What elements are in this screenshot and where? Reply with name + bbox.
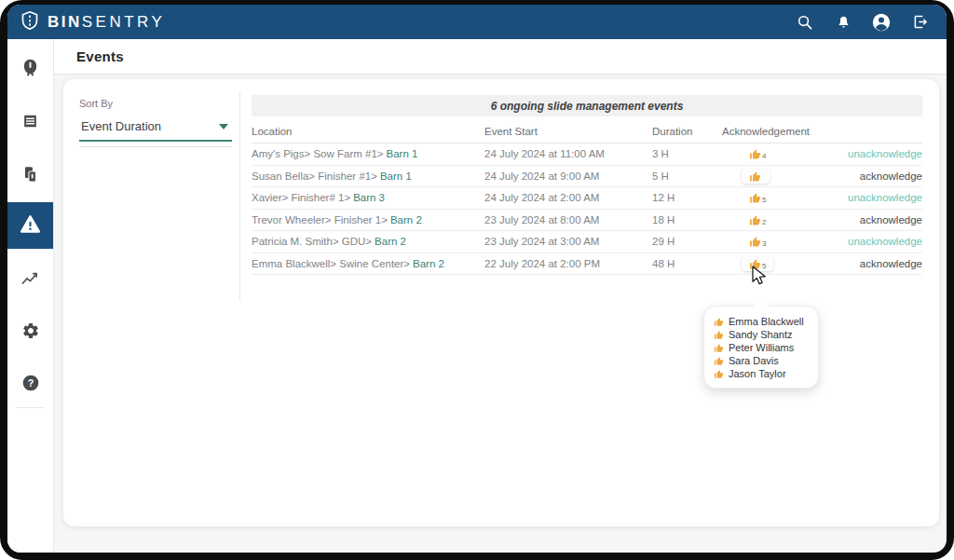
acknowledgement-cell: 5 acknowledge: [722, 256, 922, 271]
unacknowledge-link[interactable]: unacknowledge: [848, 192, 922, 203]
event-start-cell: 22 July 2024 at 2:00 PM: [484, 258, 652, 269]
account-icon[interactable]: [871, 12, 892, 33]
location-path: Patricia M. Smith> GDU>: [252, 236, 372, 247]
acknowledgement-cell: 5 unacknowledge: [722, 190, 922, 205]
sidebar-item-help[interactable]: ?: [7, 362, 53, 408]
duration-cell: 12 H: [652, 192, 722, 203]
acknowledgers-tooltip: Emma Blackwell Sandy Shantz Peter Willia…: [703, 306, 819, 389]
location-cell: Xavier> Finisher# 1>Barn 3: [252, 192, 484, 203]
column-header-duration: Duration: [652, 126, 722, 137]
tooltip-list-item: Sandy Shantz: [714, 328, 809, 341]
event-start-cell: 24 July 2024 at 11:00 AM: [484, 148, 652, 159]
events-card: Sort By Event Duration 6 ongoing slide m…: [63, 79, 939, 526]
thumbs-up-button[interactable]: 4: [742, 146, 773, 161]
acknowledge-link[interactable]: acknowledge: [860, 214, 922, 225]
acknowledger-name: Emma Blackwell: [729, 316, 804, 327]
tooltip-list-item: Jason Taylor: [714, 367, 809, 380]
location-path: Emma Blackwell> Swine Center>: [252, 258, 410, 269]
unacknowledge-link[interactable]: unacknowledge: [848, 236, 922, 247]
barn-link[interactable]: Barn 2: [413, 258, 444, 269]
screen-frame: BINSENTRY: [0, 0, 954, 560]
brand-logo: BINSENTRY: [20, 10, 165, 34]
thumbs-up-button[interactable]: [742, 169, 770, 184]
thumbs-up-button[interactable]: 5: [742, 256, 773, 271]
table-row: Susan Bella> Finisher #1>Barn 1 24 July …: [252, 166, 922, 188]
location-cell: Emma Blackwell> Swine Center>Barn 2: [252, 258, 484, 269]
tooltip-list-item: Peter Williams: [714, 341, 809, 354]
sidebar-item-settings[interactable]: [7, 309, 53, 356]
acknowledge-link[interactable]: acknowledge: [860, 258, 922, 269]
svg-text:?: ?: [27, 377, 34, 389]
table-row: Patricia M. Smith> GDU>Barn 2 23 July 20…: [252, 231, 922, 253]
events-table: 6 ongoing slide management events Locati…: [252, 95, 922, 275]
barn-link[interactable]: Barn 1: [387, 148, 418, 159]
sidebar-item-bins[interactable]: [7, 47, 53, 93]
acknowledge-count: 2: [762, 218, 766, 226]
acknowledgement-cell: 3 unacknowledge: [722, 234, 922, 249]
duration-cell: 29 H: [652, 236, 722, 247]
acknowledgement-cell: 4 unacknowledge: [722, 146, 922, 161]
location-cell: Susan Bella> Finisher #1>Barn 1: [252, 171, 484, 182]
tooltip-arrow: [753, 294, 770, 307]
location-cell: Trevor Wheeler> Finisher 1>Barn 2: [252, 214, 484, 225]
acknowledgement-cell: 2 acknowledge: [722, 212, 922, 227]
barn-link[interactable]: Barn 1: [380, 171, 412, 182]
page-title: Events: [76, 48, 124, 64]
tooltip-list-item: Emma Blackwell: [714, 315, 809, 328]
barn-link[interactable]: Barn 2: [375, 236, 406, 247]
sort-dropdown[interactable]: Event Duration: [79, 119, 232, 142]
sidebar-nav: ?: [7, 39, 54, 553]
location-path: Trevor Wheeler> Finisher 1>: [252, 214, 388, 225]
table-row: Amy's Pigs> Sow Farm #1>Barn 1 24 July 2…: [252, 143, 922, 166]
acknowledgement-cell: acknowledge: [722, 169, 922, 184]
notifications-bell-icon[interactable]: [833, 12, 853, 33]
shield-logo-icon: [20, 10, 39, 34]
acknowledge-link[interactable]: acknowledge: [860, 171, 922, 182]
acknowledge-count: 4: [762, 152, 766, 160]
barn-link[interactable]: Barn 3: [353, 192, 385, 203]
acknowledge-count: 5: [762, 196, 766, 204]
search-icon[interactable]: [795, 12, 815, 33]
location-path: Susan Bella> Finisher #1>: [252, 171, 377, 182]
duration-cell: 3 H: [652, 148, 722, 159]
thumbs-up-button[interactable]: 3: [742, 234, 773, 249]
list-icon: [21, 113, 39, 133]
top-bar: BINSENTRY: [7, 5, 947, 39]
events-summary-banner: 6 ongoing slide management events: [252, 95, 922, 116]
alerts-warning-icon: [20, 214, 41, 238]
panel-divider: [239, 92, 240, 301]
app-window: BINSENTRY: [7, 5, 947, 553]
table-row: Xavier> Finisher# 1>Barn 3 24 July 2024 …: [252, 187, 922, 210]
sort-by-label: Sort By: [79, 98, 232, 109]
help-icon: ?: [21, 374, 40, 396]
acknowledge-count: 5: [762, 262, 766, 270]
sidebar-item-analytics[interactable]: [7, 256, 53, 303]
analytics-trend-icon: [20, 270, 40, 290]
column-header-acknowledgement: Acknowledgement: [722, 126, 922, 137]
acknowledger-name: Sandy Shantz: [729, 329, 793, 340]
logout-icon[interactable]: [909, 12, 930, 33]
sort-panel: Sort By Event Duration: [79, 98, 232, 142]
acknowledger-name: Sara Davis: [729, 355, 779, 366]
location-path: Xavier> Finisher# 1>: [252, 192, 350, 203]
thumbs-up-button[interactable]: 5: [742, 190, 773, 205]
table-header-row: Location Event Start Duration Acknowledg…: [252, 116, 922, 143]
thumbs-up-button[interactable]: 2: [742, 212, 773, 227]
event-start-cell: 24 July 2024 at 9:00 AM: [484, 171, 652, 182]
sidebar-item-documents[interactable]: [7, 153, 53, 199]
acknowledger-name: Jason Taylor: [729, 368, 786, 379]
unacknowledge-link[interactable]: unacknowledge: [848, 148, 922, 159]
sidebar-item-alerts[interactable]: [7, 202, 53, 249]
page-header: Events: [54, 39, 947, 75]
chevron-down-icon: [219, 124, 228, 130]
event-start-cell: 23 July 2024 at 3:00 AM: [484, 236, 652, 247]
documents-icon: [21, 165, 39, 188]
sidebar-item-list[interactable]: [7, 100, 53, 146]
column-header-location: Location: [252, 126, 484, 137]
barn-link[interactable]: Barn 2: [390, 214, 422, 225]
duration-cell: 5 H: [652, 171, 722, 182]
tooltip-list-item: Sara Davis: [714, 354, 809, 367]
brand-name: BINSENTRY: [48, 13, 165, 32]
event-start-cell: 23 July 2024 at 8:00 AM: [484, 214, 652, 225]
event-start-cell: 24 July 2024 at 2:00 AM: [484, 192, 652, 203]
